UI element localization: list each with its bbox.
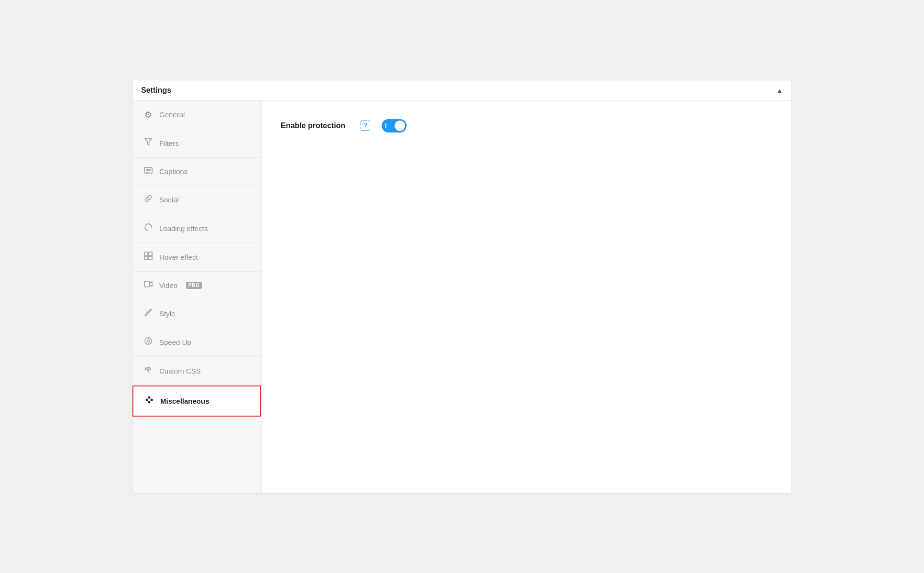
speedup-icon [143, 337, 154, 348]
enable-protection-row: Enable protection ? I [281, 119, 772, 132]
sidebar-item-filters[interactable]: Filters [132, 129, 261, 158]
svg-rect-7 [149, 256, 152, 260]
sidebar-label-miscellaneous: Miscellaneous [160, 397, 209, 405]
sidebar-label-filters: Filters [159, 139, 179, 147]
svg-point-17 [148, 401, 151, 403]
sidebar-item-general[interactable]: General [132, 101, 261, 129]
sidebar-label-style: Style [159, 309, 175, 318]
help-badge[interactable]: ? [361, 121, 370, 130]
sidebar-label-general: General [159, 110, 185, 119]
gear-icon [143, 110, 154, 120]
pro-badge-video: PRO [186, 282, 202, 289]
svg-rect-5 [149, 252, 152, 255]
captions-icon [143, 166, 154, 176]
video-icon [143, 280, 154, 290]
sidebar-item-captions[interactable]: Captions [132, 158, 261, 186]
sidebar-item-loading-effects[interactable]: Loading effects [132, 214, 261, 243]
svg-point-16 [151, 398, 153, 401]
panel-title: Settings [141, 86, 171, 95]
css-icon [143, 365, 154, 376]
svg-point-15 [148, 396, 151, 398]
svg-rect-6 [144, 256, 148, 260]
collapse-icon[interactable]: ▲ [776, 87, 783, 94]
filter-icon [143, 138, 154, 149]
sidebar-item-hover-effect[interactable]: Hover effect [132, 243, 261, 272]
sidebar-item-custom-css[interactable]: Custom CSS [132, 357, 261, 386]
sidebar-label-social: Social [159, 196, 179, 204]
enable-protection-toggle[interactable]: I [382, 119, 407, 132]
hover-icon [143, 252, 154, 263]
sidebar: General Filters [132, 101, 262, 493]
sidebar-item-social[interactable]: Social [132, 186, 261, 214]
loading-icon [143, 223, 154, 234]
sidebar-label-loading-effects: Loading effects [159, 224, 208, 232]
link-icon [143, 194, 154, 205]
panel-body: General Filters [132, 101, 792, 493]
toggle-knob [395, 121, 405, 131]
sidebar-label-speed-up: Speed Up [159, 338, 191, 346]
svg-rect-4 [144, 252, 148, 255]
toggle-on-icon: I [385, 122, 386, 129]
sidebar-item-speed-up[interactable]: Speed Up [132, 328, 261, 357]
settings-panel: Settings ▲ General Filters [132, 80, 792, 494]
enable-protection-label: Enable protection [281, 121, 345, 130]
panel-header: Settings ▲ [132, 80, 792, 101]
sidebar-item-miscellaneous[interactable]: Miscellaneous [132, 386, 261, 417]
sidebar-item-style[interactable]: Style [132, 299, 261, 328]
svg-point-14 [146, 398, 148, 401]
style-icon [143, 308, 154, 319]
sidebar-label-captions: Captions [159, 167, 187, 176]
sidebar-item-video[interactable]: Video PRO [132, 272, 261, 299]
misc-icon [144, 395, 154, 407]
svg-point-10 [147, 340, 150, 342]
sidebar-label-custom-css: Custom CSS [159, 367, 201, 375]
svg-rect-8 [144, 281, 150, 287]
main-content: Enable protection ? I [262, 101, 792, 493]
sidebar-label-hover-effect: Hover effect [159, 253, 198, 261]
sidebar-label-video: Video [159, 281, 177, 289]
